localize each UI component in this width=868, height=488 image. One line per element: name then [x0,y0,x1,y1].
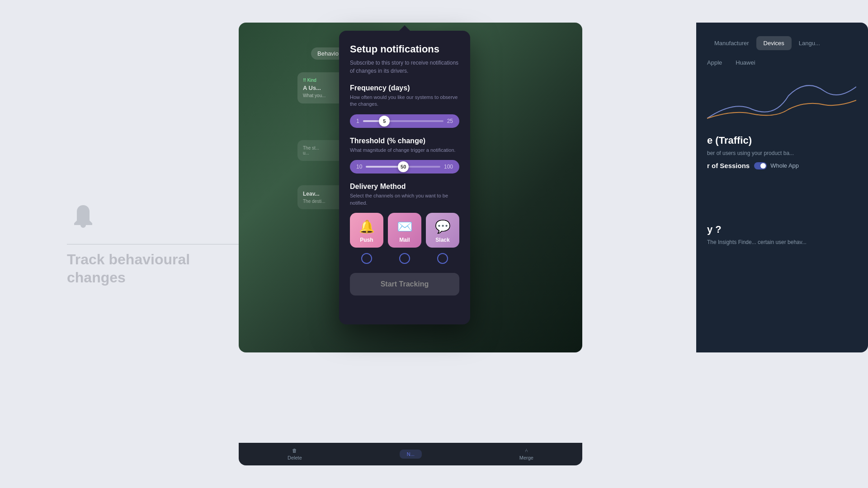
sessions-label: r of Sessions [707,162,750,169]
threshold-track[interactable]: 50 [366,166,440,168]
section-desc: ber of users using your product ba... [707,150,857,156]
delete-label: Delete [288,455,302,460]
slack-icon: 💬 [435,219,451,234]
frequency-min: 1 [356,118,359,124]
threshold-section: Threshold (% change) What magnitude of c… [350,137,459,174]
merge-label: Merge [519,455,533,460]
delivery-radios [350,253,459,264]
delivery-section: Delivery Method Select the channels on w… [350,183,459,264]
merge-icon: ⑃ [525,448,528,453]
setup-notifications-modal: Setup notifications Subscribe to this st… [339,31,470,324]
bottom-merge[interactable]: ⑃ Merge [519,448,533,460]
delivery-slack[interactable]: 💬 Slack [426,213,459,248]
delete-icon: 🗑 [292,448,297,453]
sessions-row: r of Sessions Whole App [707,162,857,169]
frequency-track[interactable]: 5 [363,120,443,122]
frequency-section: Frequency (days) How often would you lik… [350,84,459,128]
delivery-mail[interactable]: ✉️ Mail [388,213,421,248]
right-panel: Manufacturer Devices Langu... Apple Huaw… [696,23,868,352]
delivery-cards: 🔔 Push ✉️ Mail 💬 Slack [350,213,459,248]
right-panel-content: Manufacturer Devices Langu... Apple Huaw… [696,23,868,245]
push-label: Push [360,237,373,243]
chart-area [707,73,857,127]
frequency-fill [363,120,379,122]
frequency-slider[interactable]: 1 5 25 [350,114,459,128]
bell-icon [67,202,99,247]
modal-title: Setup notifications [350,43,459,55]
whole-app-toggle[interactable]: Whole App [754,162,799,169]
manufacturer-labels: Apple Huawei [707,59,857,66]
track-title: Track behavioural changes [67,250,240,286]
radio-push[interactable] [361,253,372,264]
filter-tabs: Manufacturer Devices Langu... [707,36,857,50]
threshold-fill [366,166,398,168]
tab-manufacturer[interactable]: Manufacturer [707,36,756,50]
bottom-nav[interactable]: N... [400,450,422,459]
mail-icon: ✉️ [397,219,413,234]
nav-label: N... [407,451,415,457]
tab-language[interactable]: Langu... [792,36,827,50]
threshold-max: 100 [444,164,453,170]
threshold-title: Threshold (% change) [350,137,459,145]
threshold-min: 10 [356,164,362,170]
delivery-push[interactable]: 🔔 Push [350,213,383,248]
frequency-max: 25 [447,118,453,124]
frequency-desc: How often would you like our systems to … [350,94,459,108]
slack-label: Slack [435,237,449,243]
bottom-delete[interactable]: 🗑 Delete [288,448,302,460]
section-header: e (Traffic) [707,135,857,146]
frequency-title: Frequency (days) [350,84,459,92]
left-panel: Track behavioural changes [0,0,240,488]
bottom-bar: 🗑 Delete N... ⑃ Merge [239,443,582,465]
toggle-knob [760,163,766,169]
frequency-thumb[interactable]: 5 [379,116,390,127]
threshold-thumb[interactable]: 50 [398,161,409,172]
push-icon: 🔔 [359,219,375,234]
radio-slack[interactable] [437,253,448,264]
toggle-switch[interactable] [754,162,767,169]
radio-mail[interactable] [399,253,410,264]
threshold-slider[interactable]: 10 50 100 [350,160,459,174]
start-tracking-button[interactable]: Start Tracking [350,273,459,296]
insights-area: y ? The Insights Finde... certain user b… [707,224,857,245]
delivery-desc: Select the channels on which you want to… [350,192,459,206]
modal-subtitle: Subscribe to this story to receive notif… [350,59,459,75]
divider [67,244,239,244]
delivery-title: Delivery Method [350,183,459,191]
threshold-desc: What magnitude of change trigger a notif… [350,147,459,154]
tab-devices[interactable]: Devices [756,36,792,50]
mail-label: Mail [399,237,410,243]
